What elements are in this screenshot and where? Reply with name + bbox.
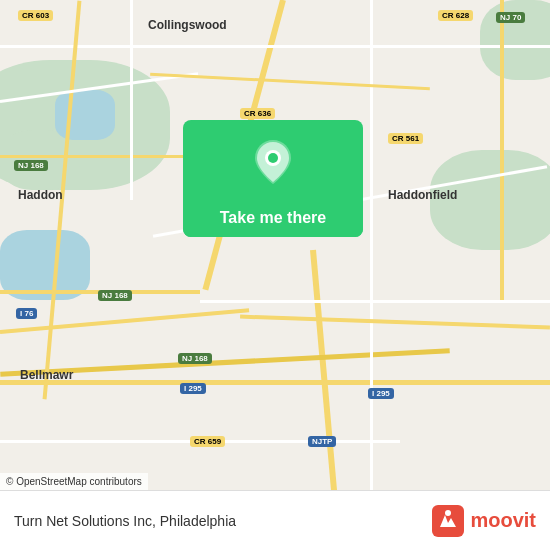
popup-pin-area — [183, 120, 363, 199]
road-label-i295-2: I 295 — [368, 388, 394, 399]
haddon-label: Haddon — [18, 188, 63, 202]
road-label-cr628: CR 628 — [438, 10, 473, 21]
svg-point-1 — [268, 153, 278, 163]
water-area — [55, 90, 115, 140]
popup-card[interactable]: Take me there — [183, 120, 363, 237]
location-pin-icon — [255, 140, 291, 184]
road-v2 — [370, 0, 373, 490]
moovit-logo: moovit — [432, 505, 536, 537]
collingswood-label: Collingswood — [148, 18, 227, 32]
road-label-njtp: NJTP — [308, 436, 336, 447]
svg-rect-2 — [432, 505, 464, 537]
svg-point-3 — [445, 510, 451, 516]
road-label-nj168-1: NJ 168 — [14, 160, 48, 171]
road-v1 — [130, 0, 133, 200]
business-name: Turn Net Solutions Inc, Philadelphia — [14, 513, 236, 529]
road-label-cr659: CR 659 — [190, 436, 225, 447]
road-label-i295-1: I 295 — [180, 383, 206, 394]
road-label-i76: I 76 — [16, 308, 37, 319]
road-label-cr636: CR 636 — [240, 108, 275, 119]
road-label-cr603: CR 603 — [18, 10, 53, 21]
haddonfield-label: Haddonfield — [388, 188, 457, 202]
osm-attribution: © OpenStreetMap contributors — [0, 473, 148, 490]
moovit-text: moovit — [470, 509, 536, 532]
road-diag4 — [200, 300, 550, 303]
road-v4 — [500, 0, 504, 300]
road-label-cr561: CR 561 — [388, 133, 423, 144]
road-label-nj168-2: NJ 168 — [98, 290, 132, 301]
road-label-nj168-3: NJ 168 — [178, 353, 212, 364]
moovit-icon — [432, 505, 464, 537]
take-me-there-button[interactable]: Take me there — [183, 199, 363, 237]
bottom-bar: Turn Net Solutions Inc, Philadelphia moo… — [0, 490, 550, 550]
bellmawr-label: Bellmawr — [20, 368, 73, 382]
map-container: Collingswood Haddon Haddonfield Bellmawr… — [0, 0, 550, 490]
road-h1 — [0, 45, 550, 48]
i295-road — [0, 380, 550, 385]
road-label-nj70: NJ 70 — [496, 12, 525, 23]
